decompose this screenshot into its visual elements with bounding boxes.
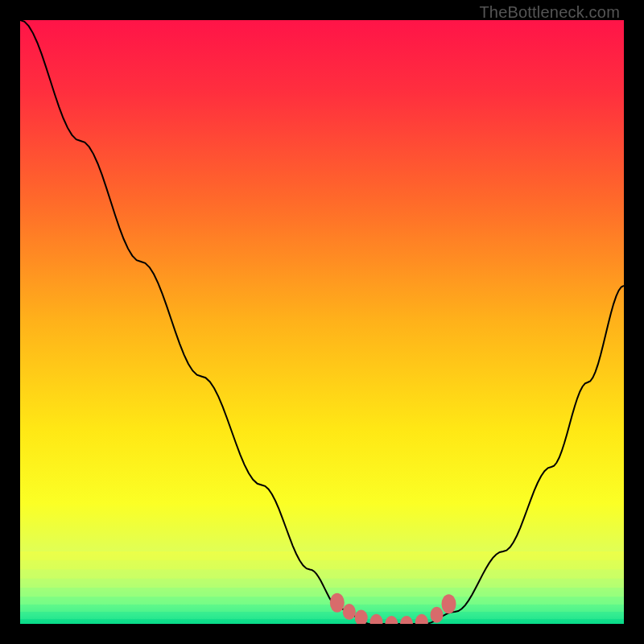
gradient-background	[20, 20, 624, 624]
marker-endcap	[442, 594, 456, 613]
svg-rect-5	[20, 597, 624, 605]
svg-rect-2	[20, 570, 624, 579]
svg-rect-6	[20, 605, 624, 612]
bottom-green-bands	[20, 551, 624, 624]
svg-rect-4	[20, 588, 624, 597]
svg-rect-7	[20, 612, 624, 619]
marker-dot	[431, 607, 444, 623]
marker-dot	[343, 604, 356, 620]
svg-rect-8	[20, 619, 624, 624]
chart-area	[20, 20, 624, 624]
outer-black-frame: TheBottleneck.com	[0, 0, 644, 644]
svg-rect-1	[20, 560, 624, 569]
svg-rect-0	[20, 551, 624, 560]
marker-endcap	[330, 593, 345, 613]
watermark-text: TheBottleneck.com	[479, 3, 620, 22]
bottleneck-chart	[20, 20, 624, 624]
